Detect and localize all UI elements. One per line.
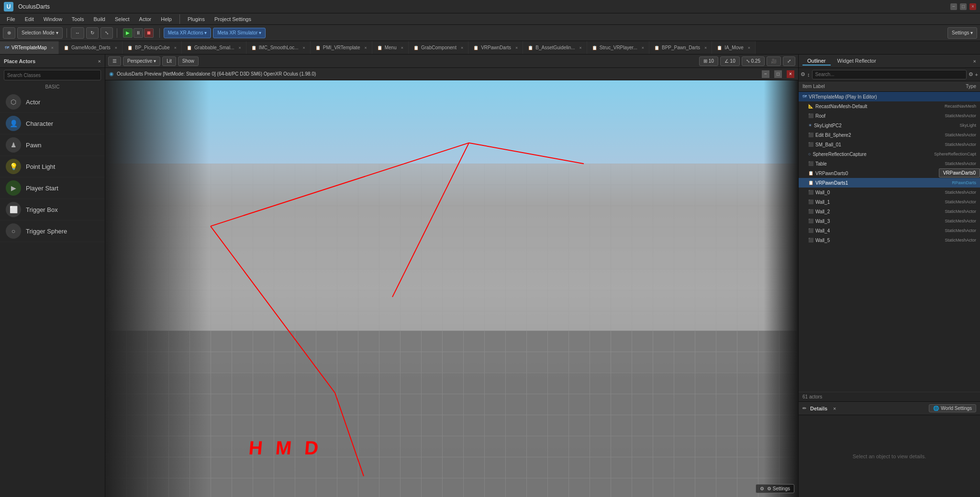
menu-window[interactable]: Window: [40, 15, 66, 23]
plugins-btn[interactable]: Plugins: [184, 15, 209, 23]
menu-build[interactable]: Build: [90, 15, 109, 23]
perspective-btn[interactable]: Perspective ▾: [123, 56, 160, 66]
tab-close-bpp[interactable]: ×: [704, 45, 707, 50]
meta-xr-actions-btn[interactable]: Meta XR Actions ▾: [164, 28, 212, 38]
tab-close-bp-pickup[interactable]: ×: [174, 45, 177, 50]
actor-item-pawn[interactable]: ♟ Pawn: [0, 134, 105, 156]
viewport[interactable]: ◉ OculusDarts Preview [NetMode: Standalo…: [105, 68, 798, 497]
settings-btn[interactable]: Settings ▾: [947, 27, 977, 39]
item-type-roof: StaticMeshActor: [909, 113, 976, 118]
tab-close-pmi[interactable]: ×: [364, 45, 367, 50]
tab-bpp[interactable]: 📋 BPP_Pawn_Darts ×: [649, 41, 712, 54]
tab-close-vrtemplatemmap[interactable]: ×: [51, 45, 54, 50]
actor-item-trigger-box[interactable]: ⬜ Trigger Box: [0, 199, 105, 221]
meta-xr-simulator-btn[interactable]: Meta XR Simulator ▾: [213, 28, 266, 38]
world-settings-btn[interactable]: 🌐 World Settings: [929, 404, 976, 412]
item-action-vrpawn1[interactable]: RPawnDarts: [952, 180, 976, 185]
menu-help[interactable]: Help: [157, 15, 176, 23]
preview-maximize-btn[interactable]: □: [774, 70, 782, 78]
actor-item-actor[interactable]: ⬡ Actor: [0, 91, 105, 113]
minimize-btn[interactable]: −: [950, 3, 957, 10]
window-controls[interactable]: − □ ×: [950, 3, 976, 10]
outliner-close[interactable]: ×: [973, 58, 976, 64]
tab-vrtemplatemmap[interactable]: 🗺 VRTemplateMap ×: [0, 41, 59, 54]
outliner-row-editorball[interactable]: ⬛ Edit Bil_Sphere2 StaticMeshActor: [799, 130, 980, 140]
snap-translate-btn[interactable]: ⊞ 10: [699, 56, 718, 66]
menu-file[interactable]: File: [3, 15, 19, 23]
tab-close-ia-move[interactable]: ×: [748, 45, 750, 50]
tab-grabbable[interactable]: 📋 Grabbable_Smal... ×: [182, 41, 246, 54]
outliner-row-recastnav[interactable]: 📐 RecastNavMesh-Default RecastNavMesh: [799, 101, 980, 111]
tab-close-imc[interactable]: ×: [303, 45, 305, 50]
preview-minimize-btn[interactable]: −: [762, 70, 769, 78]
tab-menu[interactable]: 📋 Menu ×: [372, 41, 409, 54]
pause-btn[interactable]: ⏸: [134, 28, 143, 38]
tab-close-basset[interactable]: ×: [579, 45, 582, 50]
menu-edit[interactable]: Edit: [21, 15, 38, 23]
menu-select[interactable]: Select: [111, 15, 134, 23]
details-close-btn[interactable]: ×: [833, 406, 836, 411]
transform-local-btn[interactable]: ↔: [71, 27, 84, 39]
tab-outliner[interactable]: Outliner: [802, 57, 831, 66]
tab-close-menu[interactable]: ×: [401, 45, 403, 50]
selection-mode-btn[interactable]: Selection Mode ▾: [17, 27, 63, 39]
menu-actor[interactable]: Actor: [135, 15, 156, 23]
tab-close-grabbable[interactable]: ×: [238, 45, 241, 50]
outliner-row-wall4[interactable]: ⬛ Wall_4 StaticMeshActor: [799, 226, 980, 235]
tab-pmi[interactable]: 📋 PMI_VRTemplate ×: [311, 41, 372, 54]
tab-close-struc[interactable]: ×: [642, 45, 644, 50]
transform-scale-btn[interactable]: ⤡: [100, 27, 113, 39]
tab-label-menu: Menu: [385, 45, 397, 50]
tab-vrpawn[interactable]: 📋 VRPawnDarts ×: [468, 41, 523, 54]
outliner-search[interactable]: [812, 70, 967, 79]
close-btn[interactable]: ×: [969, 3, 976, 10]
preview-close-btn[interactable]: ×: [787, 70, 794, 78]
outliner-settings-btn[interactable]: ⚙: [969, 71, 973, 77]
outliner-row-wall3[interactable]: ⬛ Wall_3 StaticMeshActor: [799, 216, 980, 226]
camera-speed-btn[interactable]: 🎥: [767, 56, 781, 66]
snap-scale-btn[interactable]: ⤡ 0.25: [742, 56, 765, 66]
outliner-row-wall1[interactable]: ⬛ Wall_1 StaticMeshActor: [799, 197, 980, 207]
outliner-row-vrtemplateplay[interactable]: 🗺 VRTemplateMap (Play In Editor): [799, 92, 980, 101]
play-btn[interactable]: ▶: [123, 28, 133, 38]
actor-item-trigger-sphere[interactable]: ○ Trigger Sphere: [0, 221, 105, 242]
outliner-row-vrpawn1[interactable]: 📋 VRPawnDarts1 RPawnDarts VRPawnDarts0: [799, 178, 980, 188]
outliner-row-smball[interactable]: ⬛ SM_Ball_01 StaticMeshActor: [799, 140, 980, 149]
project-settings-btn[interactable]: Project Settings: [211, 15, 255, 23]
hamburger-btn[interactable]: ☰: [108, 56, 121, 66]
outliner-row-wall5[interactable]: ⬛ Wall_5 StaticMeshActor: [799, 235, 980, 245]
tab-imc[interactable]: 📋 IMC_SmoothLoc... ×: [246, 41, 311, 54]
tab-close-vrpawn[interactable]: ×: [515, 45, 518, 50]
outliner-row-wall0[interactable]: ⬛ Wall_0 StaticMeshActor: [799, 188, 980, 197]
tab-ia-move[interactable]: 📋 IA_Move ×: [712, 41, 756, 54]
tab-widget-reflector[interactable]: Widget Reflector: [833, 57, 881, 66]
tab-bp-pickup[interactable]: 📋 BP_PickupCube ×: [122, 41, 182, 54]
show-btn[interactable]: Show: [178, 56, 199, 66]
stop-btn[interactable]: ⏹: [144, 28, 154, 38]
outliner-row-sphere-reflect[interactable]: ○ SphereReflectionCapture SphereReflecti…: [799, 149, 980, 159]
outliner-row-table[interactable]: ⬛ Table StaticMeshActor: [799, 159, 980, 168]
tab-gamemode[interactable]: 📋 GameMode_Darts ×: [59, 41, 122, 54]
tab-struc[interactable]: 📋 Struc_VRPlayer... ×: [587, 41, 649, 54]
snap-rotate-btn[interactable]: ∠ 10: [720, 56, 740, 66]
transform-mode-btn[interactable]: ⊕: [3, 27, 15, 39]
tab-grab[interactable]: 📋 GrabComponent ×: [409, 41, 468, 54]
place-actors-search[interactable]: [4, 70, 101, 80]
transform-rotate-btn[interactable]: ↻: [86, 27, 99, 39]
actor-item-player-start[interactable]: ▶ Player Start: [0, 177, 105, 199]
lit-btn[interactable]: Lit: [162, 56, 176, 66]
outliner-row-wall2[interactable]: ⬛ Wall_2 StaticMeshActor: [799, 207, 980, 216]
maximize-viewport-btn[interactable]: ⤢: [783, 56, 795, 66]
outliner-row-skylight[interactable]: ☀ SkyLightPC2 SkyLight: [799, 121, 980, 130]
tab-basset[interactable]: 📋 B_AssetGuidelin... ×: [523, 41, 587, 54]
outliner-plus-btn[interactable]: +: [975, 72, 978, 77]
menu-tools[interactable]: Tools: [68, 15, 88, 23]
tab-close-gamemode[interactable]: ×: [115, 45, 117, 50]
actor-item-character[interactable]: 👤 Character: [0, 113, 105, 134]
preview-settings-btn[interactable]: ⚙ ⚙ Settings: [756, 484, 794, 493]
outliner-row-roof[interactable]: ⬛ Roof StaticMeshActor: [799, 111, 980, 121]
maximize-btn[interactable]: □: [960, 3, 967, 10]
place-actors-close[interactable]: ×: [98, 58, 101, 64]
actor-item-point-light[interactable]: 💡 Point Light: [0, 156, 105, 177]
tab-close-grab[interactable]: ×: [461, 45, 463, 50]
